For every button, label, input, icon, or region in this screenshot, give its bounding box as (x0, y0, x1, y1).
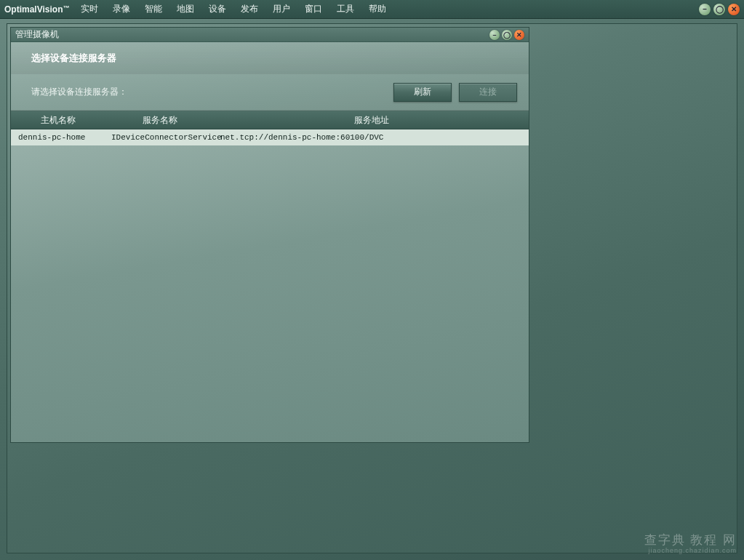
connect-button[interactable]: 连接 (459, 83, 517, 102)
trademark-symbol: ™ (63, 4, 69, 12)
menu-user[interactable]: 用户 (265, 3, 297, 15)
menu-window[interactable]: 窗口 (297, 3, 329, 15)
minimize-icon[interactable]: – (699, 4, 711, 15)
cell-address: net.tcp://dennis-pc-home:60100/DVC (215, 129, 529, 145)
cell-service: IDeviceConnectorService (105, 129, 215, 145)
table-row[interactable]: dennis-pc-home IDeviceConnectorService n… (11, 129, 529, 145)
cell-host: dennis-pc-home (11, 129, 105, 145)
menu-publish[interactable]: 发布 (233, 3, 265, 15)
column-service[interactable]: 服务名称 (105, 111, 215, 129)
app-title: OptimalVision™ (4, 4, 73, 15)
dialog-heading-text: 选择设备连接服务器 (31, 52, 116, 65)
menu-help[interactable]: 帮助 (361, 3, 393, 15)
app-titlebar: OptimalVision™ 实时 录像 智能 地图 设备 发布 用户 窗口 工… (0, 0, 744, 19)
dialog-window-controls: – ◯ ✕ (489, 30, 524, 40)
menu-smart[interactable]: 智能 (137, 3, 169, 15)
dialog-maximize-icon[interactable]: ◯ (502, 30, 512, 40)
server-table-body: dennis-pc-home IDeviceConnectorService n… (11, 129, 529, 442)
app-title-text: OptimalVision (4, 4, 63, 15)
column-address[interactable]: 服务地址 (215, 111, 529, 129)
camera-manager-dialog: 管理摄像机 – ◯ ✕ 选择设备连接服务器 请选择设备连接服务器： 刷新 连接 … (10, 27, 529, 443)
refresh-button[interactable]: 刷新 (393, 83, 452, 102)
menubar: 实时 录像 智能 地图 设备 发布 用户 窗口 工具 帮助 (73, 3, 393, 15)
close-icon[interactable]: ✕ (728, 4, 740, 15)
column-host[interactable]: 主机名称 (11, 111, 105, 129)
menu-tools[interactable]: 工具 (329, 3, 361, 15)
main-panel: 管理摄像机 – ◯ ✕ 选择设备连接服务器 请选择设备连接服务器： 刷新 连接 … (7, 23, 737, 553)
action-row: 请选择设备连接服务器： 刷新 连接 (11, 74, 529, 111)
menu-record[interactable]: 录像 (105, 3, 137, 15)
dialog-prompt: 请选择设备连接服务器： (23, 86, 386, 98)
menu-device[interactable]: 设备 (201, 3, 233, 15)
window-controls: – ◯ ✕ (699, 4, 740, 15)
menu-map[interactable]: 地图 (169, 3, 201, 15)
dialog-title: 管理摄像机 (15, 28, 59, 41)
dialog-minimize-icon[interactable]: – (489, 30, 500, 40)
dialog-titlebar: 管理摄像机 – ◯ ✕ (11, 28, 529, 42)
maximize-icon[interactable]: ◯ (713, 4, 725, 15)
menu-realtime[interactable]: 实时 (73, 3, 105, 15)
dialog-heading: 选择设备连接服务器 (11, 42, 529, 74)
dialog-close-icon[interactable]: ✕ (514, 30, 524, 40)
server-table-header: 主机名称 服务名称 服务地址 (11, 111, 529, 129)
